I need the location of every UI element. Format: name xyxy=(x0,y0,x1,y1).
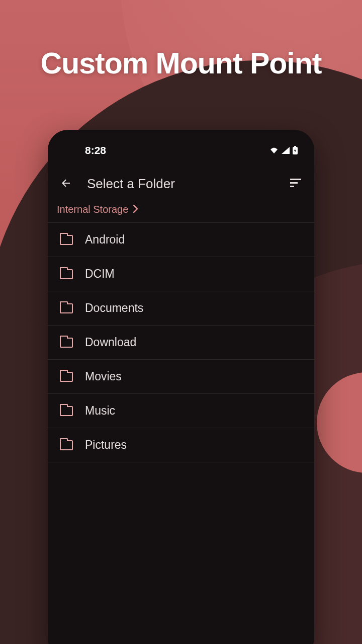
folder-icon xyxy=(60,303,73,313)
folder-label: Android xyxy=(85,233,125,247)
list-item[interactable]: Download xyxy=(48,326,314,360)
folder-label: Music xyxy=(85,404,115,418)
page-title: Custom Mount Point xyxy=(0,46,362,80)
list-item[interactable]: DCIM xyxy=(48,257,314,291)
folder-icon xyxy=(60,440,73,450)
status-bar: 8:28 xyxy=(48,130,314,162)
breadcrumb-label: Internal Storage xyxy=(57,204,128,215)
folder-icon xyxy=(60,338,73,348)
breadcrumb[interactable]: Internal Storage xyxy=(48,201,314,222)
sort-icon xyxy=(290,179,302,190)
folder-label: DCIM xyxy=(85,267,115,281)
status-time: 8:28 xyxy=(85,144,106,156)
folder-icon xyxy=(60,372,73,382)
status-icons xyxy=(269,146,298,155)
signal-icon xyxy=(281,146,290,154)
list-item[interactable]: Pictures xyxy=(48,428,314,462)
list-item[interactable]: Movies xyxy=(48,360,314,394)
folder-list: Android DCIM Documents Download Movies M… xyxy=(48,222,314,462)
folder-label: Movies xyxy=(85,370,122,383)
svg-rect-2 xyxy=(290,179,301,180)
folder-label: Documents xyxy=(85,301,143,315)
svg-rect-1 xyxy=(294,146,296,147)
back-button[interactable] xyxy=(59,177,73,191)
folder-label: Download xyxy=(85,336,136,349)
folder-icon xyxy=(60,235,73,245)
appbar-title: Select a Folder xyxy=(87,176,275,192)
list-item[interactable]: Android xyxy=(48,223,314,257)
folder-icon xyxy=(60,406,73,416)
app-bar: Select a Folder xyxy=(48,162,314,201)
folder-label: Pictures xyxy=(85,438,127,452)
arrow-left-icon xyxy=(60,177,72,191)
phone-frame: 8:28 Select a Folder Internal Sto xyxy=(48,130,314,644)
svg-rect-3 xyxy=(290,182,298,184)
sort-button[interactable] xyxy=(289,177,303,191)
chevron-right-icon xyxy=(133,204,138,215)
list-item[interactable]: Documents xyxy=(48,291,314,326)
wifi-icon xyxy=(269,146,279,154)
battery-icon xyxy=(292,146,298,155)
list-item[interactable]: Music xyxy=(48,394,314,428)
svg-rect-4 xyxy=(290,186,294,187)
folder-icon xyxy=(60,269,73,279)
